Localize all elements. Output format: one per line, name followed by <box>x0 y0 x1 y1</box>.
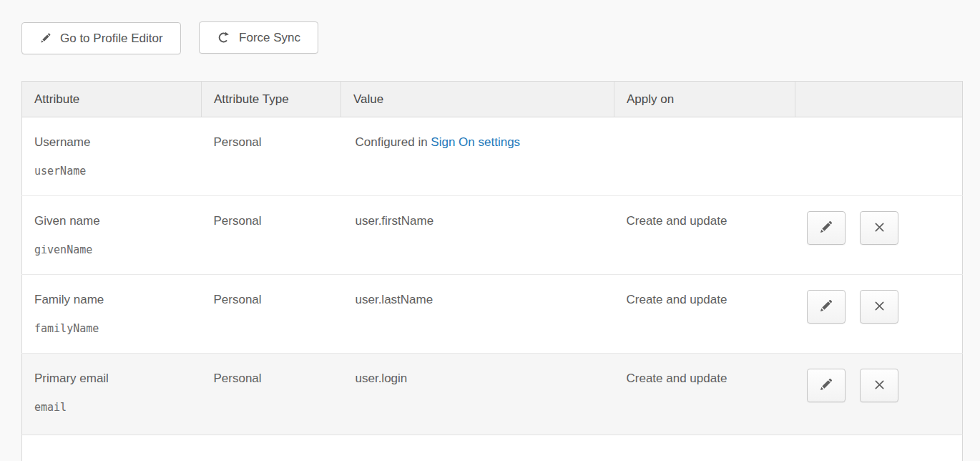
pencil-icon <box>818 299 833 316</box>
button-label: Force Sync <box>239 31 300 45</box>
refresh-icon <box>217 31 230 44</box>
apply-on-cell <box>614 117 795 196</box>
value-cell: user.firstName <box>341 196 614 275</box>
pencil-icon <box>818 220 833 237</box>
column-header-attribute: Attribute <box>22 82 202 117</box>
attribute-label: Username <box>34 135 193 150</box>
actions-cell <box>795 117 963 196</box>
attribute-mappings-table: Attribute Attribute Type Value Apply on … <box>21 81 963 461</box>
value-cell: Configured in Sign On settings <box>341 117 614 196</box>
attribute-type-cell: Personal <box>202 196 341 275</box>
edit-attribute-button[interactable] <box>807 211 846 245</box>
attribute-variable-name: email <box>34 401 193 414</box>
sign-on-settings-link[interactable]: Sign On settings <box>431 135 520 149</box>
value-cell: user.lastName <box>341 275 614 354</box>
edit-attribute-button[interactable] <box>807 369 846 402</box>
attribute-variable-name: userName <box>34 165 193 178</box>
actions-cell <box>795 196 963 275</box>
column-header-apply-on: Apply on <box>614 82 795 117</box>
remove-attribute-button[interactable] <box>860 290 898 324</box>
attribute-type-cell: Personal <box>202 354 341 435</box>
attribute-variable-name: givenName <box>34 243 193 256</box>
go-to-profile-editor-button[interactable]: Go to Profile Editor <box>21 22 181 54</box>
table-row-partial <box>22 435 963 461</box>
attribute-mappings-table-container: Attribute Attribute Type Value Apply on … <box>21 81 980 461</box>
apply-on-cell: Create and update <box>614 196 795 275</box>
page: { "colors": { "link_blue": "#2279bb", "i… <box>0 0 980 461</box>
remove-attribute-button[interactable] <box>860 211 898 245</box>
button-label: Go to Profile Editor <box>60 31 163 46</box>
attribute-label: Given name <box>34 214 193 228</box>
toolbar: Go to Profile Editor Force Sync <box>0 0 980 54</box>
close-icon <box>873 220 886 236</box>
force-sync-button[interactable]: Force Sync <box>199 21 318 54</box>
column-header-value: Value <box>341 82 614 117</box>
table-row-primary-email: Primary email email Personal user.login … <box>22 354 963 435</box>
edit-attribute-button[interactable] <box>807 290 846 324</box>
value-prefix-text: Configured in <box>356 135 431 149</box>
attribute-label: Primary email <box>34 372 193 386</box>
attribute-type-cell: Personal <box>202 117 341 196</box>
attribute-label: Family name <box>34 293 193 307</box>
attribute-variable-name: familyName <box>34 322 193 335</box>
close-icon <box>873 299 886 315</box>
table-header-row: Attribute Attribute Type Value Apply on <box>22 82 963 117</box>
apply-on-cell: Create and update <box>614 354 795 435</box>
pencil-icon <box>39 32 52 44</box>
column-header-attribute-type: Attribute Type <box>202 82 341 117</box>
actions-cell <box>795 354 963 435</box>
apply-on-cell: Create and update <box>614 275 795 354</box>
table-row-given-name: Given name givenName Personal user.first… <box>22 196 963 275</box>
pencil-icon <box>818 377 833 394</box>
column-header-actions <box>795 82 963 117</box>
actions-cell <box>795 275 963 354</box>
remove-attribute-button[interactable] <box>860 369 898 402</box>
attribute-type-cell: Personal <box>202 275 341 354</box>
table-row-family-name: Family name familyName Personal user.las… <box>22 275 963 354</box>
table-row-username: Username userName Personal Configured in… <box>22 117 963 196</box>
value-cell: user.login <box>341 354 614 435</box>
close-icon <box>873 378 886 394</box>
